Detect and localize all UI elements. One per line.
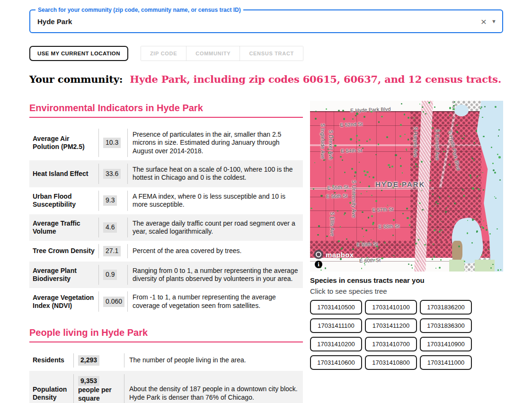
tract-button-17031410500[interactable]: 17031410500 xyxy=(310,300,362,315)
community-summary: Your community: Hyde Park, including zip… xyxy=(29,73,503,85)
species-subheading: Click to see species tree xyxy=(310,287,503,295)
species-dot xyxy=(364,116,365,118)
species-dot xyxy=(386,136,388,138)
tract-button-17031410800[interactable]: 17031410800 xyxy=(365,355,417,370)
species-dot xyxy=(361,193,362,194)
tract-button-17031410100[interactable]: 17031410100 xyxy=(365,300,417,315)
row-description: Ranging from 0 to 1, a number representi… xyxy=(127,265,303,285)
community-map[interactable]: E Hyde Park BlvdE 52nd StE 54th StE 55th… xyxy=(310,101,503,272)
species-dot xyxy=(329,178,330,179)
species-dot xyxy=(371,195,372,196)
map-land-patch xyxy=(452,241,462,261)
species-dot xyxy=(364,174,366,176)
people-table: Residents2,293The number of people livin… xyxy=(29,350,303,403)
species-dot xyxy=(389,166,391,168)
species-dot xyxy=(352,118,354,120)
species-dot xyxy=(399,135,401,137)
street-label-s-ellis-ave: S Ellis Ave xyxy=(329,212,335,237)
species-dot xyxy=(393,219,395,221)
species-dot xyxy=(344,212,346,214)
area-label-hyde-park: HYDE PARK xyxy=(375,180,425,188)
mapbox-logo-icon[interactable] xyxy=(314,250,323,259)
species-dot xyxy=(346,238,347,240)
species-dot xyxy=(483,189,485,191)
clear-icon[interactable]: × xyxy=(481,17,487,26)
use-current-location-button[interactable]: USE MY CURRENT LOCATION xyxy=(29,46,128,61)
tab-census-tract[interactable]: CENSUS TRACT xyxy=(239,46,303,61)
tab-zip-code[interactable]: ZIP CODE xyxy=(141,46,186,61)
mapbox-wordmark[interactable]: mapbox xyxy=(326,251,354,259)
tract-button-17031411000[interactable]: 17031411000 xyxy=(420,355,472,370)
row-value: 33.6 xyxy=(98,164,127,184)
tab-community[interactable]: COMMUNITY xyxy=(186,46,239,61)
species-dot xyxy=(392,235,394,236)
species-dot xyxy=(314,162,315,163)
species-dot xyxy=(402,213,404,214)
species-dot xyxy=(362,211,364,213)
row-label: Population Density xyxy=(29,385,73,403)
community-prefix: Your community: xyxy=(29,73,123,85)
street-label-e-59th-st: E 59th St xyxy=(356,241,378,247)
species-dot xyxy=(366,171,368,173)
row-value: 2,293 xyxy=(73,353,124,368)
row-description: The number of people living in the area. xyxy=(124,353,303,368)
species-dot xyxy=(310,208,312,210)
people-heading: People living in Hyde Park xyxy=(29,327,303,342)
species-dot xyxy=(366,230,367,231)
search-input[interactable] xyxy=(30,10,502,32)
row-label: Tree Crown Density xyxy=(29,246,98,256)
tract-button-17031836300[interactable]: 17031836300 xyxy=(420,318,472,333)
tract-button-17031410700[interactable]: 17031410700 xyxy=(365,337,417,351)
value-chip: 0.060 xyxy=(103,297,124,307)
tract-button-17031410200[interactable]: 17031410200 xyxy=(310,337,362,351)
dropdown-caret-icon[interactable]: ▼ xyxy=(491,18,497,24)
species-dot xyxy=(362,228,363,229)
species-dot xyxy=(365,229,367,231)
street-label-e-54th-st: E 54th St xyxy=(341,147,362,154)
species-dot xyxy=(406,208,408,210)
row-description: Presence of particulates in the air, sma… xyxy=(127,129,303,157)
species-dot xyxy=(323,159,325,161)
map-column: E Hyde Park BlvdE 52nd StE 54th StE 55th… xyxy=(310,101,503,370)
species-dot xyxy=(351,168,353,170)
table-row: Urban Flood Susceptibility9.3A FEMA inde… xyxy=(29,187,303,214)
species-dot xyxy=(358,140,360,141)
species-dot xyxy=(482,227,484,229)
value-chip: 0.9 xyxy=(103,270,117,280)
row-label: Heat Island Effect xyxy=(29,169,98,179)
species-dot xyxy=(371,215,373,217)
street-label-e-58th-st: E 58th St xyxy=(378,223,399,229)
species-dot xyxy=(315,118,317,120)
species-dot xyxy=(359,162,360,163)
species-dot xyxy=(360,182,361,183)
row-label: Average Vegetation Index (NDVI) xyxy=(29,293,98,311)
map-info-icon[interactable]: i xyxy=(315,261,322,268)
species-dot xyxy=(366,191,367,192)
tract-button-17031411200[interactable]: 17031411200 xyxy=(365,318,417,333)
tract-button-17031410600[interactable]: 17031410600 xyxy=(310,355,362,370)
species-dot xyxy=(368,217,369,218)
street-label-e-56th-st: E 56th St xyxy=(326,193,347,199)
row-label: Urban Flood Susceptibility xyxy=(29,192,98,210)
row-value: 27.1 xyxy=(98,244,127,258)
street-label-e-55th-st: E 55th St xyxy=(327,184,349,191)
species-dot xyxy=(407,217,408,219)
species-dot xyxy=(329,166,331,168)
species-dot xyxy=(364,170,365,172)
tract-button-17031410900[interactable]: 17031410900 xyxy=(420,337,472,351)
row-description: About the density of 187 people in a dow… xyxy=(124,374,303,403)
species-dot xyxy=(406,150,407,151)
table-row: Heat Island Effect33.6The surface heat o… xyxy=(29,160,303,187)
table-row: Average Air Polution (PM2.5)10.3Presence… xyxy=(29,125,303,160)
community-description: Hyde Park, including zip codes 60615, 60… xyxy=(130,73,501,85)
tract-button-17031836200[interactable]: 17031836200 xyxy=(420,300,472,315)
species-dot xyxy=(406,149,407,150)
value-chip: 9,353 xyxy=(78,376,99,386)
species-dot xyxy=(354,175,355,177)
tract-button-17031411100[interactable]: 17031411100 xyxy=(310,318,362,333)
species-dot xyxy=(404,134,405,135)
species-dot xyxy=(481,226,483,228)
species-dot xyxy=(391,166,393,167)
species-dot xyxy=(486,225,487,226)
row-description: Percent of the area covered by trees. xyxy=(127,244,303,258)
